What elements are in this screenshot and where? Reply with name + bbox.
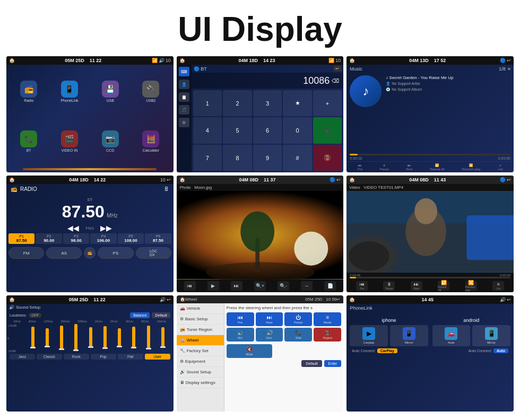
mirror-iphone-app[interactable]: 📱 Mirror (390, 325, 428, 346)
eq-bar-500hz[interactable] (89, 323, 92, 352)
eq-bar-1khz[interactable] (103, 323, 107, 352)
as-btn[interactable]: AS (46, 247, 82, 259)
video-pre[interactable]: ⏮Pre (356, 281, 368, 291)
mode-jazz[interactable]: Jazz (10, 354, 35, 360)
photo-fit[interactable]: ↔ (301, 281, 313, 291)
photo-next[interactable]: ⏭ (231, 281, 242, 291)
enter-settings-btn[interactable]: Enter (324, 360, 342, 367)
eq-bar-16khz[interactable] (161, 323, 164, 352)
key-5[interactable]: 5 (223, 117, 252, 143)
sidebar-dialpad[interactable]: ⌨ (179, 67, 189, 76)
ctrl-next[interactable]: ⏭Next (406, 164, 412, 171)
settings-wheel[interactable]: 🎡Wheel (177, 335, 224, 346)
carplay-app[interactable]: ▶ Carplay (350, 325, 388, 346)
pl-back-icon[interactable]: ↩ (507, 297, 511, 302)
home-icon-radio[interactable]: 📻 Radio (10, 68, 48, 116)
preset-1[interactable]: P1 87.50 (8, 233, 34, 244)
back-button[interactable]: ↩ (333, 66, 341, 72)
key-star[interactable]: ★ (283, 90, 312, 116)
key-7[interactable]: 7 (193, 145, 222, 171)
ps-btn[interactable]: PS (98, 247, 133, 259)
mode-classic[interactable]: Classic (37, 354, 62, 360)
settings-display[interactable]: 🖥Display settings (177, 378, 224, 388)
ctrl-list[interactable]: ≡List (498, 164, 502, 171)
eq-bar-60hz[interactable] (46, 323, 49, 352)
loudness-toggle[interactable]: OFF (29, 313, 41, 318)
mode-rock[interactable]: Rock (64, 354, 89, 360)
key-2[interactable]: 2 (223, 90, 252, 116)
key-9[interactable]: 9 (253, 145, 282, 171)
key-hash[interactable]: # (283, 145, 312, 171)
settings-factory[interactable]: 🔧Factory Set (177, 346, 224, 356)
eq-bar-4khz[interactable] (132, 323, 135, 352)
key-4[interactable]: 4 (193, 117, 222, 143)
balance-button[interactable]: Balance (130, 312, 150, 318)
preset-4[interactable]: P4 106.00 (90, 233, 116, 244)
preset-6[interactable]: P6 87.50 (145, 233, 171, 244)
preset-5[interactable]: P5 108.00 (118, 233, 144, 244)
autoconnect-left-value[interactable]: CarPlay (377, 348, 397, 353)
home-icon-bt[interactable]: 📞 BT (10, 118, 48, 165)
autoconnect-right-value[interactable]: Auto (493, 348, 508, 353)
sidebar-calls[interactable]: 📋 (179, 92, 189, 102)
prev-arrow[interactable]: ◀◀ (67, 224, 79, 232)
auto-app[interactable]: 🚗 Auto (432, 325, 471, 346)
fm-btn[interactable]: FM (8, 247, 44, 259)
eq-bar-30hz[interactable] (31, 323, 34, 352)
wheel-dial-btn[interactable]: 📞 Dial (284, 328, 312, 342)
radio-eq-icon[interactable]: 🎚 (164, 186, 169, 192)
default-settings-btn[interactable]: Default (301, 360, 322, 367)
music-back-icon[interactable]: ↩ (507, 58, 511, 63)
next-arrow[interactable]: ▶▶ (100, 224, 112, 232)
home-icon-calculator[interactable]: 🧮 Calculator (132, 118, 170, 165)
video-back-icon[interactable]: ↩ (507, 177, 511, 182)
music-list-icon[interactable]: ≡ (508, 66, 510, 72)
sidebar-notes[interactable]: 🎵 (179, 105, 189, 115)
locdx-btn[interactable]: LOCDX (136, 247, 171, 259)
mode-pop[interactable]: Pop (91, 354, 116, 360)
photo-prev[interactable]: ⏮ (184, 281, 196, 291)
key-1[interactable]: 1 (193, 90, 222, 116)
key-3[interactable]: 3 (253, 90, 282, 116)
video-pause[interactable]: ⏸Pause (383, 281, 395, 291)
radio-back-icon[interactable]: ↩ (167, 177, 171, 182)
eq-bar-250hz[interactable] (74, 323, 77, 352)
wheel-power-btn[interactable]: ⏻ Power (284, 312, 312, 326)
mode-user[interactable]: User (145, 354, 170, 360)
wheel-back-icon[interactable]: ↩ (336, 297, 340, 302)
preset-3[interactable]: P3 98.00 (63, 233, 89, 244)
backspace-icon[interactable]: ⌫ (332, 78, 339, 84)
eq-bar-125hz[interactable] (60, 323, 63, 352)
ctrl-repeat[interactable]: 🔁Repeat All (430, 163, 444, 171)
eq-bar-2khz[interactable] (118, 323, 121, 352)
settings-tuner[interactable]: 📻Tuner Region (177, 325, 224, 335)
scan-btn[interactable]: 📻 (84, 247, 96, 259)
video-repeat[interactable]: 🔁Repeat All (438, 281, 449, 291)
settings-basic[interactable]: ⚙Basic Setup (177, 314, 224, 325)
key-plus[interactable]: + (313, 90, 342, 116)
ctrl-pre[interactable]: ⏮Pre (358, 164, 362, 171)
wheel-volplus-btn[interactable]: 🔊 Vol+ (256, 328, 283, 342)
video-random[interactable]: 🔀Random play (465, 281, 477, 291)
settings-sound[interactable]: 🔊Sound Setup (177, 367, 224, 378)
eq-bar-8khz[interactable] (147, 323, 150, 352)
sidebar-contacts[interactable]: 👤 (179, 80, 189, 89)
preset-2[interactable]: P2 90.00 (36, 233, 62, 244)
home-icon-videoin[interactable]: 🎬 VIDEO IN (50, 118, 89, 165)
key-8[interactable]: 8 (223, 145, 252, 171)
wheel-mode-btn[interactable]: ≡ Mode (314, 312, 341, 326)
settings-equipment[interactable]: ⚙Equipment (177, 356, 224, 367)
video-next[interactable]: ⏭Next (411, 281, 422, 291)
photo-zoom-in[interactable]: 🔍+ (254, 281, 266, 291)
photo-zoom-out[interactable]: 🔍- (278, 281, 289, 291)
sidebar-settings[interactable]: ⚙ (179, 118, 189, 127)
home-icon-ccd[interactable]: 📷 CCD (91, 118, 129, 165)
key-call[interactable]: 📞 (313, 117, 342, 143)
ctrl-random[interactable]: 🔀Random play (462, 163, 480, 171)
home-icon-usb[interactable]: 💾 USB (91, 68, 129, 116)
sound-back-icon[interactable]: ↩ (167, 297, 171, 302)
ctrl-pause[interactable]: ⏸Pause (380, 164, 389, 171)
wheel-next-btn[interactable]: ⏭ Next (256, 312, 283, 326)
default-button[interactable]: Default (152, 312, 170, 318)
wheel-volminus-btn[interactable]: 🔉 Vol- (227, 328, 254, 342)
